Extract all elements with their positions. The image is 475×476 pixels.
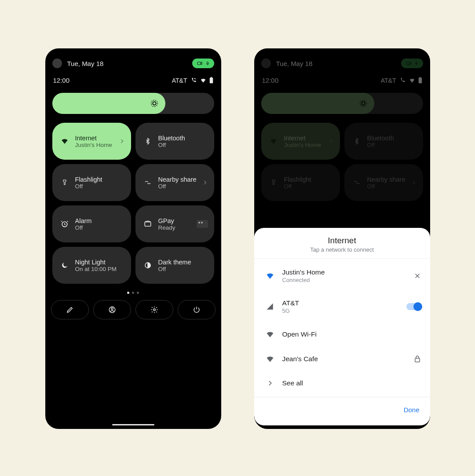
- wifi-icon: [263, 355, 277, 363]
- done-button[interactable]: Done: [404, 406, 420, 414]
- user-button[interactable]: [93, 300, 131, 319]
- network-name: Jean's Cafe: [282, 355, 413, 363]
- network-name: AT&T: [282, 299, 406, 307]
- brightness-icon: [150, 99, 208, 108]
- network-list: Justin's HomeConnected AT&T5G Open Wi-Fi…: [254, 259, 430, 397]
- network-name: Open Wi-Fi: [282, 330, 421, 338]
- pay-card-icon: [197, 220, 208, 228]
- date-label: Tue, May 18: [67, 60, 192, 67]
- network-status: 5G: [282, 308, 406, 314]
- sheet-header: Internet Tap a network to connect: [254, 228, 430, 259]
- tile-gpay[interactable]: GPayReady: [135, 205, 214, 242]
- network-row-jeans-cafe[interactable]: Jean's Cafe: [254, 347, 430, 371]
- nearby-share-icon: [142, 179, 154, 186]
- sheet-subtitle: Tap a network to connect: [254, 246, 430, 253]
- lock-icon: [413, 355, 421, 363]
- chevron-right-icon: [119, 138, 125, 144]
- svg-rect-2: [209, 78, 213, 84]
- tile-title: Bluetooth: [158, 135, 208, 142]
- network-name: See all: [282, 379, 421, 387]
- gear-icon: [150, 306, 158, 314]
- tile-title: Nearby share: [158, 176, 202, 183]
- contrast-icon: [142, 261, 154, 269]
- wifi-icon: [58, 137, 71, 145]
- time-label: 12:00: [53, 77, 70, 84]
- tile-grid: InternetJustin's Home BluetoothOff Flash…: [45, 123, 221, 284]
- svg-rect-3: [211, 77, 212, 78]
- tile-title: Flashlight: [75, 176, 125, 183]
- network-row-open-wifi[interactable]: Open Wi-Fi: [254, 322, 430, 347]
- disconnect-button[interactable]: [413, 272, 421, 280]
- edit-button[interactable]: [51, 300, 89, 319]
- tile-nearby-share[interactable]: Nearby shareOff: [135, 164, 214, 201]
- network-row-justins-home[interactable]: Justin's HomeConnected: [254, 260, 430, 291]
- internet-sheet: Internet Tap a network to connect Justin…: [254, 228, 430, 425]
- home-indicator[interactable]: [112, 424, 154, 425]
- tile-dark-theme[interactable]: Dark themeOff: [135, 247, 214, 284]
- top-bar: Tue, May 18: [45, 48, 221, 70]
- cellular-icon: [263, 302, 277, 311]
- tile-sub: Off: [158, 266, 208, 272]
- tile-sub: Off: [75, 183, 125, 190]
- flashlight-icon: [58, 178, 71, 187]
- svg-rect-1: [207, 62, 208, 64]
- tile-sub: Off: [158, 183, 202, 190]
- carrier-label: AT&T: [172, 77, 187, 84]
- svg-rect-18: [415, 359, 420, 362]
- tile-alarm[interactable]: AlarmOff: [52, 205, 131, 242]
- settings-button[interactable]: [135, 300, 173, 319]
- network-status: Connected: [282, 277, 413, 283]
- sheet-title: Internet: [254, 236, 430, 245]
- tile-title: Internet: [75, 135, 119, 142]
- tile-night-light[interactable]: Night LightOn at 10:00 PM: [52, 247, 131, 284]
- close-icon: [413, 272, 421, 280]
- svg-rect-0: [197, 62, 201, 65]
- svg-point-5: [151, 100, 158, 107]
- tile-internet[interactable]: InternetJustin's Home: [52, 123, 131, 160]
- wifi-icon: [263, 271, 277, 280]
- chevron-right-icon: [202, 179, 208, 186]
- svg-point-9: [111, 308, 113, 310]
- tile-sub: Off: [158, 142, 208, 148]
- page-dot[interactable]: [127, 292, 129, 294]
- privacy-pill[interactable]: [192, 59, 214, 68]
- svg-rect-7: [145, 222, 151, 227]
- battery-icon: [209, 77, 213, 84]
- network-row-att[interactable]: AT&T5G: [254, 291, 430, 322]
- page-dot[interactable]: [137, 292, 139, 294]
- mic-icon: [205, 60, 210, 66]
- pencil-icon: [66, 306, 74, 314]
- wifi-calling-icon: [190, 77, 197, 84]
- camera-icon: [197, 61, 203, 66]
- brightness-fill: [52, 93, 166, 114]
- tile-flashlight[interactable]: FlashlightOff: [52, 164, 131, 201]
- avatar[interactable]: [52, 59, 62, 68]
- tile-sub: Off: [75, 224, 125, 231]
- alarm-icon: [58, 220, 71, 228]
- bottom-buttons: [45, 300, 221, 319]
- tile-sub: On at 10:00 PM: [75, 266, 125, 272]
- sheet-footer: Done: [254, 397, 430, 425]
- power-button[interactable]: [178, 300, 216, 319]
- phone-left: Tue, May 18 12:00 AT&T InternetJustin's …: [45, 48, 221, 429]
- tile-title: Dark theme: [158, 259, 208, 266]
- chevron-right-icon: [263, 380, 277, 387]
- page-dot[interactable]: [132, 292, 134, 294]
- status-row: 12:00 AT&T: [45, 70, 221, 88]
- wifi-icon: [200, 77, 207, 84]
- tile-title: Night Light: [75, 259, 125, 266]
- moon-icon: [58, 261, 71, 269]
- power-icon: [193, 306, 201, 314]
- tile-title: Alarm: [75, 217, 125, 224]
- network-row-see-all[interactable]: See all: [254, 371, 430, 395]
- wallet-icon: [142, 220, 154, 228]
- tile-bluetooth[interactable]: BluetoothOff: [135, 123, 214, 160]
- phone-right: Tue, May 18 12:00 AT&T InternetJustin's …: [254, 48, 430, 429]
- brightness-slider[interactable]: [52, 93, 214, 114]
- network-name: Justin's Home: [282, 268, 413, 276]
- user-icon: [108, 306, 116, 314]
- svg-point-4: [153, 102, 156, 105]
- svg-point-11: [153, 309, 155, 311]
- bluetooth-icon: [142, 137, 154, 146]
- mobile-data-toggle[interactable]: [406, 303, 421, 310]
